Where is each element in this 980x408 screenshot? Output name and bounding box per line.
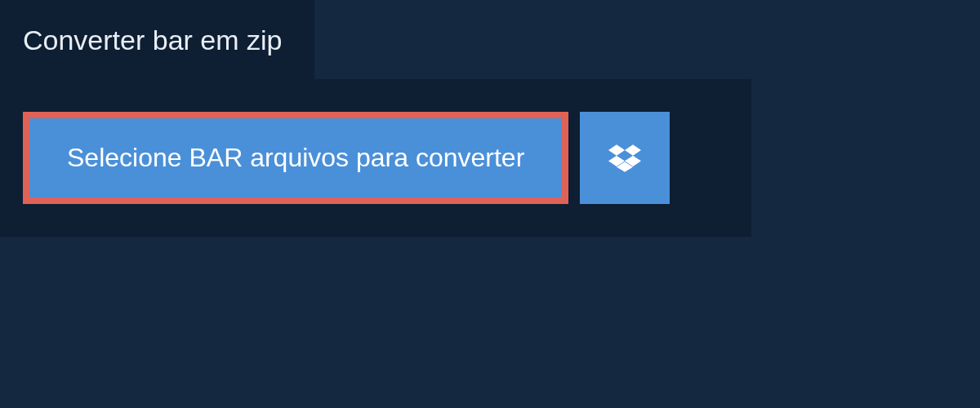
select-files-label: Selecione BAR arquivos para converter — [67, 143, 524, 172]
tab-converter[interactable]: Converter bar em zip — [0, 0, 314, 79]
select-files-button[interactable]: Selecione BAR arquivos para converter — [29, 118, 562, 197]
tab-container: Converter bar em zip — [0, 0, 314, 79]
select-button-highlight: Selecione BAR arquivos para converter — [23, 112, 568, 204]
converter-panel: Selecione BAR arquivos para converter — [0, 79, 751, 237]
button-row: Selecione BAR arquivos para converter — [23, 112, 728, 204]
dropbox-button[interactable] — [580, 112, 670, 204]
dropbox-icon — [608, 142, 641, 175]
tab-label: Converter bar em zip — [23, 24, 282, 55]
